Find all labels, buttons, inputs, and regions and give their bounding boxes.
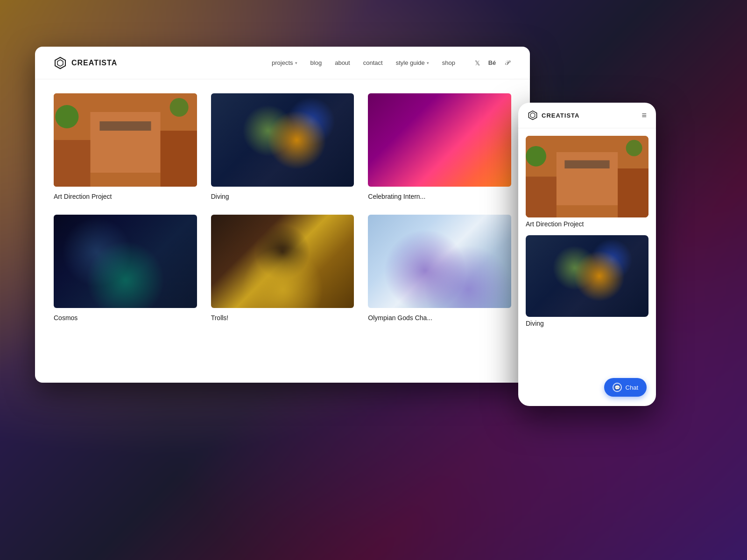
desktop-nav: projects ▾ blog about contact style guid… — [272, 59, 511, 67]
project-title-5: Trolls! — [211, 314, 229, 322]
desktop-header: CREATISTA projects ▾ blog about contact … — [35, 47, 530, 79]
project-card-6[interactable]: Olympian Gods Cha... — [368, 215, 511, 322]
logo-icon — [54, 56, 67, 70]
project-card-2[interactable]: Diving — [211, 93, 354, 201]
svg-marker-0 — [55, 57, 65, 69]
mobile-project-thumb-1 — [526, 136, 648, 217]
project-thumb-4 — [54, 215, 197, 308]
nav-about[interactable]: about — [335, 59, 350, 66]
logo-text: CREATISTA — [71, 59, 117, 67]
nav-blog[interactable]: blog — [310, 59, 322, 66]
twitter-icon[interactable]: 𝕏 — [473, 59, 481, 67]
project-thumb-1 — [54, 93, 197, 187]
chat-icon: 💬 — [613, 383, 622, 392]
project-card-5[interactable]: Trolls! — [211, 215, 354, 322]
project-thumb-3 — [368, 93, 511, 187]
project-thumb-6 — [368, 215, 511, 308]
project-card-3[interactable]: Celebrating Intern... — [368, 93, 511, 201]
mobile-logo[interactable]: CREATISTA — [528, 110, 579, 120]
project-thumb-5 — [211, 215, 354, 308]
mobile-project-card-1[interactable]: Art Direction Project — [526, 136, 648, 230]
project-card-4[interactable]: Cosmos — [54, 215, 197, 322]
nav-projects[interactable]: projects ▾ — [272, 59, 297, 66]
svg-marker-2 — [529, 111, 536, 120]
chat-button[interactable]: 💬 Chat — [604, 378, 647, 397]
mobile-project-title-2: Diving — [526, 317, 648, 329]
social-links: 𝕏 Bé 𝒫 — [473, 59, 511, 67]
project-grid: Art Direction Project Diving Celebrating… — [35, 79, 530, 336]
chevron-down-icon: ▾ — [295, 61, 297, 65]
project-title-2: Diving — [211, 193, 229, 200]
pinterest-icon[interactable]: 𝒫 — [503, 59, 511, 67]
mobile-content: Art Direction Project Diving — [518, 128, 656, 406]
svg-marker-3 — [530, 113, 535, 118]
desktop-logo[interactable]: CREATISTA — [54, 56, 117, 70]
mobile-project-card-2[interactable]: Diving — [526, 235, 648, 329]
project-thumb-2 — [211, 93, 354, 187]
project-title-3: Celebrating Intern... — [368, 193, 425, 200]
project-title-1: Art Direction Project — [54, 193, 112, 200]
project-title-6: Olympian Gods Cha... — [368, 314, 432, 322]
project-card-1[interactable]: Art Direction Project — [54, 93, 197, 201]
behance-icon[interactable]: Bé — [488, 59, 496, 67]
mobile-project-title-1: Art Direction Project — [526, 217, 648, 230]
mobile-project-thumb-2 — [526, 235, 648, 317]
nav-contact[interactable]: contact — [363, 59, 383, 66]
mobile-logo-text: CREATISTA — [542, 112, 579, 119]
chevron-down-icon-2: ▾ — [427, 61, 429, 65]
project-title-4: Cosmos — [54, 314, 78, 322]
chat-button-label: Chat — [626, 384, 638, 391]
nav-style-guide[interactable]: style guide ▾ — [396, 59, 429, 66]
hamburger-icon[interactable]: ≡ — [641, 111, 647, 120]
mobile-window: CREATISTA ≡ Art Direction Project Diving… — [518, 103, 656, 406]
svg-marker-1 — [57, 60, 63, 66]
mobile-header: CREATISTA ≡ — [518, 103, 656, 128]
nav-shop[interactable]: shop — [442, 59, 455, 66]
desktop-window: CREATISTA projects ▾ blog about contact … — [35, 47, 530, 383]
mobile-logo-icon — [528, 110, 538, 120]
